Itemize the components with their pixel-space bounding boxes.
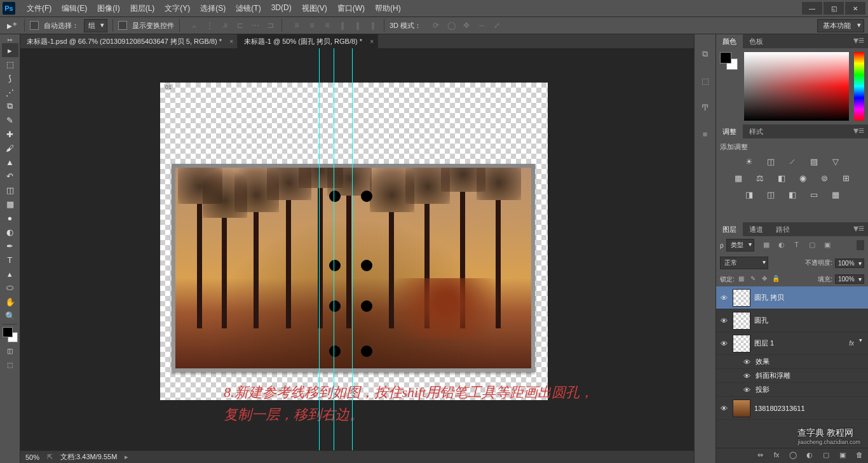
adjust-panel-tab[interactable]: 调整 xyxy=(716,124,743,138)
quick-mask-toggle[interactable]: ◫ xyxy=(3,345,17,356)
menu-item[interactable]: 滤镜(T) xyxy=(231,1,266,17)
document-tab[interactable]: 未标题-1 @ 50% (圆孔 拷贝, RGB/8) *× xyxy=(238,34,378,48)
menu-item[interactable]: 编辑(E) xyxy=(57,1,92,17)
properties-panel-icon[interactable]: ⬚ xyxy=(698,74,712,88)
auto-select-checkbox[interactable] xyxy=(30,21,39,30)
filter-smart-icon[interactable]: ▣ xyxy=(822,241,833,250)
lock-move-icon[interactable]: ✥ xyxy=(760,275,769,284)
3d-scale-icon[interactable]: ⤢ xyxy=(491,20,503,31)
type-tool[interactable]: T xyxy=(2,253,18,267)
menu-item[interactable]: 图像(I) xyxy=(92,1,125,17)
layer-thumbnail[interactable] xyxy=(733,289,750,307)
layers-panel-tab[interactable]: 路径 xyxy=(770,222,796,236)
move-tool[interactable]: ▸ xyxy=(2,43,18,57)
menu-item[interactable]: 文件(F) xyxy=(22,1,57,17)
document-tab[interactable]: 未标题-1.psd @ 66.7% (20130912085403647 拷贝 … xyxy=(20,34,238,48)
dodge-tool[interactable]: ◐ xyxy=(2,225,18,239)
lock-position-icon[interactable]: ✎ xyxy=(749,275,757,284)
bw-icon[interactable]: ◧ xyxy=(775,173,788,185)
dist-vcenter-icon[interactable]: ≡ xyxy=(306,20,318,31)
lookup-icon[interactable]: ⊞ xyxy=(840,173,853,185)
history-panel-icon[interactable]: ⧉ xyxy=(698,47,712,61)
posterize-icon[interactable]: ◫ xyxy=(764,190,777,201)
menu-item[interactable]: 窗口(W) xyxy=(332,1,370,17)
panel-menu-icon[interactable]: ▾≡ xyxy=(850,124,868,138)
gradient-tool[interactable]: ▦ xyxy=(2,197,18,211)
align-left-icon[interactable]: ⊏ xyxy=(234,20,246,31)
3d-slide-icon[interactable]: ↔ xyxy=(476,20,487,31)
align-top-icon[interactable]: ⫠ xyxy=(189,20,200,31)
window-minimize[interactable]: — xyxy=(802,2,822,15)
quick-select-tool[interactable]: ⋰ xyxy=(2,85,18,99)
layer-effect[interactable]: 👁斜面和浮雕 xyxy=(716,369,868,383)
curves-icon[interactable]: ⟋ xyxy=(786,157,799,168)
crop-tool[interactable]: ⧉ xyxy=(2,99,18,113)
adjust-panel-tab[interactable]: 样式 xyxy=(743,124,770,138)
align-vcenter-icon[interactable]: ⋮ xyxy=(204,20,215,31)
levels-icon[interactable]: ◫ xyxy=(764,157,777,168)
layer-effect[interactable]: 👁投影 xyxy=(716,383,868,397)
dist-bottom-icon[interactable]: ≡ xyxy=(322,20,333,31)
history-brush-tool[interactable]: ↶ xyxy=(2,169,18,183)
eraser-tool[interactable]: ◫ xyxy=(2,183,18,197)
dist-right-icon[interactable]: ‖ xyxy=(367,20,379,31)
color-panel-tab[interactable]: 颜色 xyxy=(716,34,743,48)
blur-tool[interactable]: ● xyxy=(2,211,18,225)
move-tool-indicator[interactable]: ▸⁺ xyxy=(5,19,19,32)
photofilter-icon[interactable]: ◉ xyxy=(797,173,810,185)
threshold-icon[interactable]: ◧ xyxy=(786,190,799,201)
close-tab-icon[interactable]: × xyxy=(229,38,233,45)
color-swatches[interactable] xyxy=(0,326,20,344)
visibility-toggle-icon[interactable]: 👁 xyxy=(719,339,729,349)
visibility-toggle-icon[interactable]: 👁 xyxy=(719,316,729,326)
hue-icon[interactable]: ▦ xyxy=(732,173,745,185)
adjustment-layer-icon[interactable]: ◐ xyxy=(804,451,815,461)
layer-row[interactable]: 👁1381802313611 xyxy=(716,397,868,420)
guide-line-2[interactable] xyxy=(334,48,334,450)
window-close[interactable]: ✕ xyxy=(845,2,865,15)
export-icon[interactable]: ⇱ xyxy=(47,453,53,461)
auto-select-target-dropdown[interactable]: 组 xyxy=(84,19,107,32)
fill-input[interactable]: 100% xyxy=(835,274,864,284)
align-hcenter-icon[interactable]: ⋯ xyxy=(250,20,261,31)
hand-tool[interactable]: ✋ xyxy=(2,295,18,309)
lock-pixels-icon[interactable]: ▦ xyxy=(737,275,746,284)
filter-adjust-icon[interactable]: ◐ xyxy=(776,241,787,250)
layer-effect[interactable]: 👁效果 xyxy=(716,355,868,369)
gradientmap-icon[interactable]: ▭ xyxy=(808,190,820,201)
visibility-toggle-icon[interactable]: 👁 xyxy=(742,371,752,381)
menu-item[interactable]: 文字(Y) xyxy=(159,1,195,17)
eyedropper-tool[interactable]: ✎ xyxy=(2,113,18,127)
menu-item[interactable]: 图层(L) xyxy=(125,1,160,17)
brightness-icon[interactable]: ☀ xyxy=(743,157,756,168)
screen-mode-toggle[interactable]: ⬚ xyxy=(3,359,17,370)
marquee-tool[interactable]: ⬚ xyxy=(2,57,18,71)
3d-pan-icon[interactable]: ✥ xyxy=(461,20,472,31)
menu-item[interactable]: 帮助(H) xyxy=(370,1,406,17)
balance-icon[interactable]: ⚖ xyxy=(754,173,766,185)
guide-line-3[interactable] xyxy=(352,48,353,450)
visibility-toggle-icon[interactable]: 👁 xyxy=(742,357,752,367)
dist-left-icon[interactable]: ‖ xyxy=(337,20,348,31)
dist-top-icon[interactable]: ≡ xyxy=(291,20,302,31)
guide-line-1[interactable] xyxy=(319,48,320,450)
group-icon[interactable]: ▢ xyxy=(821,451,831,461)
menu-item[interactable]: 视图(V) xyxy=(297,1,332,17)
layers-panel-tab[interactable]: 图层 xyxy=(716,222,743,236)
opacity-input[interactable]: 100% xyxy=(835,258,864,268)
zoom-level[interactable]: 50% xyxy=(25,453,39,461)
workspace-switcher[interactable]: 基本功能 xyxy=(817,19,864,32)
pen-tool[interactable]: ✒ xyxy=(2,239,18,253)
filter-pixel-icon[interactable]: ▦ xyxy=(761,241,772,250)
close-tab-icon[interactable]: × xyxy=(370,38,374,45)
shape-tool[interactable]: ⬭ xyxy=(2,281,18,295)
zoom-tool[interactable]: 🔍 xyxy=(2,309,18,323)
filter-shape-icon[interactable]: ▢ xyxy=(806,241,818,250)
layer-row[interactable]: 👁圆孔 拷贝 xyxy=(716,286,868,309)
dist-hcenter-icon[interactable]: ‖ xyxy=(352,20,363,31)
layer-thumbnail[interactable] xyxy=(733,335,750,352)
lock-all-icon[interactable]: 🔒 xyxy=(771,275,780,284)
layers-panel-tab[interactable]: 通道 xyxy=(743,222,770,236)
layer-thumbnail[interactable] xyxy=(733,399,750,417)
delete-layer-icon[interactable]: 🗑 xyxy=(854,451,864,461)
